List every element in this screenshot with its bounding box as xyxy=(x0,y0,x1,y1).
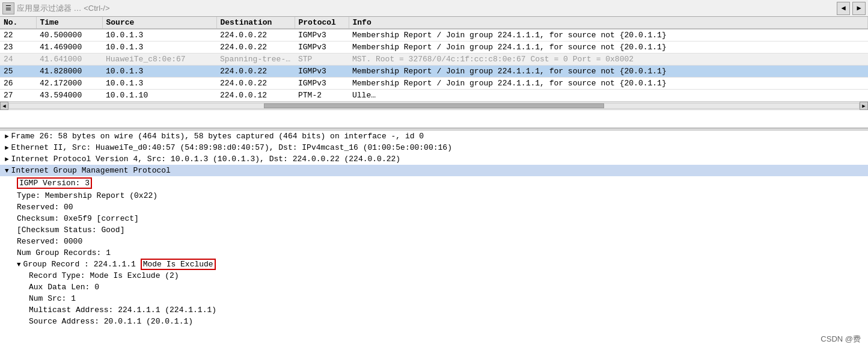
expand-arrow: ▼ xyxy=(5,167,9,174)
expand-arrow: ► xyxy=(5,156,9,163)
table-row[interactable]: 2541.82800010.0.1.3224.0.0.22IGMPv3Membe… xyxy=(0,66,868,78)
footer: CSDN @费 xyxy=(821,334,861,345)
detail-section-frame[interactable]: ►Frame 26: 58 bytes on wire (464 bits), … xyxy=(0,131,868,142)
expand-arrow: ► xyxy=(5,133,9,140)
section-label: Internet Protocol Version 4, Src: 10.0.1… xyxy=(11,155,401,164)
filter-arrow-left[interactable]: ◀ xyxy=(837,2,850,15)
table-row[interactable]: 2441.641000HuaweiTe_c8:0e:67Spanning-tre… xyxy=(0,54,868,66)
detail-row[interactable]: ▼Group Record : 224.1.1.1 Mode Is Exclud… xyxy=(0,259,868,270)
detail-row[interactable]: Num Group Records: 1 xyxy=(0,247,868,259)
col-header-protocol[interactable]: Protocol xyxy=(295,17,349,29)
filter-input[interactable] xyxy=(115,4,837,13)
col-header-info[interactable]: Info xyxy=(349,17,868,29)
filter-right: ◀ ▶ xyxy=(837,2,866,15)
detail-row[interactable]: [Checksum Status: Good] xyxy=(0,224,868,236)
detail-section-ip[interactable]: ►Internet Protocol Version 4, Src: 10.0.… xyxy=(0,153,868,165)
scroll-right-btn[interactable]: ▶ xyxy=(860,102,868,110)
detail-section-igmp[interactable]: ▼Internet Group Management Protocol xyxy=(0,165,868,176)
col-header-destination[interactable]: Destination xyxy=(216,17,295,29)
scroll-track[interactable] xyxy=(8,103,860,109)
detail-row[interactable]: Num Src: 1 xyxy=(0,293,868,304)
horizontal-scrollbar[interactable]: ◀ ▶ xyxy=(0,102,868,110)
expand-arrow: ▼ xyxy=(17,261,21,268)
detail-row[interactable]: Reserved: 0000 xyxy=(0,236,868,247)
detail-row[interactable]: Type: Membership Report (0x22) xyxy=(0,190,868,201)
expand-arrow: ► xyxy=(5,144,9,152)
detail-row[interactable]: Checksum: 0xe5f9 [correct] xyxy=(0,213,868,224)
packet-tbody: 2240.50000010.0.1.3224.0.0.22IGMPv3Membe… xyxy=(0,29,868,102)
filter-arrow-right[interactable]: ▶ xyxy=(852,2,866,15)
filter-bar: ☰ 应用显示过滤器 … <Ctrl-/> ◀ ▶ xyxy=(0,0,868,17)
table-row[interactable]: 2341.46900010.0.1.3224.0.0.22IGMPv3Membe… xyxy=(0,41,868,54)
detail-row[interactable]: Reserved: 00 xyxy=(0,201,868,213)
table-row[interactable]: 2240.50000010.0.1.3224.0.0.22IGMPv3Membe… xyxy=(0,29,868,41)
detail-row[interactable]: Source Address: 20.0.1.1 (20.0.1.1) xyxy=(0,316,868,327)
detail-area: ►Frame 26: 58 bytes on wire (464 bits), … xyxy=(0,131,868,347)
section-label: Internet Group Management Protocol xyxy=(11,166,171,175)
detail-row[interactable]: IGMP Version: 3 xyxy=(0,176,868,190)
section-label: Ethernet II, Src: HuaweiTe_d0:40:57 (54:… xyxy=(11,143,452,152)
detail-row[interactable]: Multicast Address: 224.1.1.1 (224.1.1.1) xyxy=(0,304,868,316)
col-header-time[interactable]: Time xyxy=(36,17,102,29)
table-row[interactable]: 2642.17200010.0.1.3224.0.0.22IGMPv3Membe… xyxy=(0,78,868,90)
row-text: Group Record : 224.1.1.1 xyxy=(23,260,141,269)
detail-section-ethernet[interactable]: ►Ethernet II, Src: HuaweiTe_d0:40:57 (54… xyxy=(0,142,868,153)
red-box-label: IGMP Version: 3 xyxy=(17,177,92,189)
filter-label: 应用显示过滤器 … <Ctrl-/> xyxy=(17,3,110,14)
table-row[interactable]: 2743.59400010.0.1.10224.0.0.12PTM-2Ulle… xyxy=(0,90,868,102)
packet-list-area: No. Time Source Destination Protocol Inf… xyxy=(0,17,868,128)
detail-row[interactable]: Aux Data Len: 0 xyxy=(0,281,868,293)
red-box-label: Mode Is Exclude xyxy=(141,259,216,270)
col-header-no[interactable]: No. xyxy=(0,17,36,29)
scroll-left-btn[interactable]: ◀ xyxy=(0,102,8,110)
detail-row[interactable]: Record Type: Mode Is Exclude (2) xyxy=(0,270,868,281)
filter-icon[interactable]: ☰ xyxy=(2,2,14,14)
packet-table: No. Time Source Destination Protocol Inf… xyxy=(0,17,868,102)
scroll-thumb[interactable] xyxy=(264,103,604,108)
col-header-source[interactable]: Source xyxy=(102,17,216,29)
section-label: Frame 26: 58 bytes on wire (464 bits), 5… xyxy=(11,132,424,141)
table-header: No. Time Source Destination Protocol Inf… xyxy=(0,17,868,29)
